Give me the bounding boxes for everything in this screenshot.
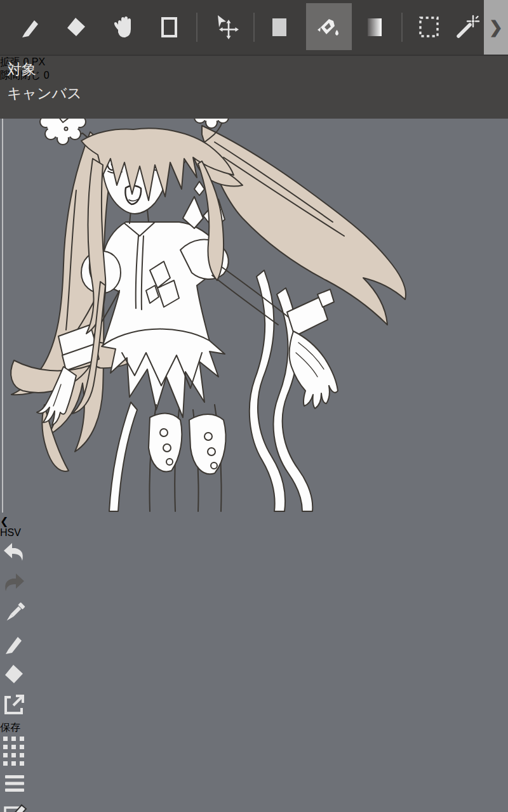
pen-icon	[0, 630, 28, 658]
toolbar-divider	[401, 13, 403, 42]
filled-square-icon	[265, 13, 293, 41]
undo-icon	[0, 539, 28, 566]
gradient-square-icon	[361, 13, 389, 41]
quick-action-bar: 保存	[0, 539, 508, 769]
chevron-right-icon: ❯	[489, 18, 503, 37]
grid-menu-button[interactable]	[0, 735, 508, 769]
pen-icon	[17, 13, 44, 41]
hsv-color-panel: HSV	[0, 527, 508, 539]
save-button[interactable]: 保存	[0, 721, 508, 735]
nav-edit-button[interactable]	[0, 801, 508, 812]
undo-button[interactable]	[0, 539, 508, 569]
gap-close-option-value: 0	[44, 70, 50, 81]
pen-quick-button[interactable]	[0, 630, 508, 660]
expand-option-button[interactable]: 拡張 0 PX	[0, 56, 508, 69]
menu-icon	[0, 769, 29, 798]
nav-menu-button[interactable]	[0, 769, 508, 801]
bucket-fill-icon	[314, 13, 344, 42]
move-tool-button[interactable]	[206, 0, 246, 55]
gap-close-option-button[interactable]: 隙間閉じ 0	[0, 69, 508, 82]
pen-tool-button[interactable]	[10, 0, 51, 55]
tool-options-bar: 対象 キャンバス 拡張 0 PX 隙間閉じ 0	[0, 55, 508, 119]
toolbar-divider	[196, 13, 197, 42]
move-cursor-icon	[211, 13, 241, 42]
magic-wand-icon	[453, 13, 483, 42]
target-label: 対象	[7, 60, 36, 79]
grid-dots-icon	[0, 735, 28, 766]
paint-app-screen: ❯ 対象 キャンバス 拡張 0 PX 隙間閉じ 0	[0, 0, 508, 812]
toolbar-expand-button[interactable]: ❯	[484, 0, 508, 55]
eraser-tool-button[interactable]	[56, 0, 97, 55]
hsv-mode-label[interactable]: HSV	[0, 527, 508, 539]
hand-icon	[110, 13, 139, 42]
redo-button[interactable]	[0, 569, 508, 599]
chevron-left-icon: ❮	[0, 516, 8, 527]
rectangle-icon	[155, 13, 183, 41]
target-dropdown[interactable]: キャンバス	[7, 84, 82, 103]
hand-tool-button[interactable]	[104, 0, 145, 55]
shape-rect-tool-button[interactable]	[149, 0, 189, 55]
eraser-icon	[62, 13, 90, 41]
panel-collapse-button[interactable]: ❮	[0, 515, 508, 527]
gradient-tool-button[interactable]	[354, 0, 395, 55]
dashed-selection-icon	[415, 13, 444, 42]
magic-wand-tool-button[interactable]	[452, 0, 484, 55]
export-icon	[0, 691, 28, 719]
export-button[interactable]	[0, 691, 508, 721]
eraser-icon	[0, 660, 28, 688]
eyedropper-icon	[0, 599, 28, 627]
toolbar-divider	[253, 13, 255, 42]
eyedropper-button[interactable]	[0, 599, 508, 630]
edit-icon	[0, 801, 30, 812]
top-toolbar: ❯	[0, 0, 508, 55]
select-rect-tool-button[interactable]	[409, 0, 450, 55]
bucket-tool-button[interactable]	[309, 0, 349, 55]
save-button-label: 保存	[0, 722, 20, 733]
redo-icon	[0, 569, 28, 597]
eraser-quick-button[interactable]	[0, 660, 508, 691]
fill-rect-tool-button[interactable]	[259, 0, 300, 55]
